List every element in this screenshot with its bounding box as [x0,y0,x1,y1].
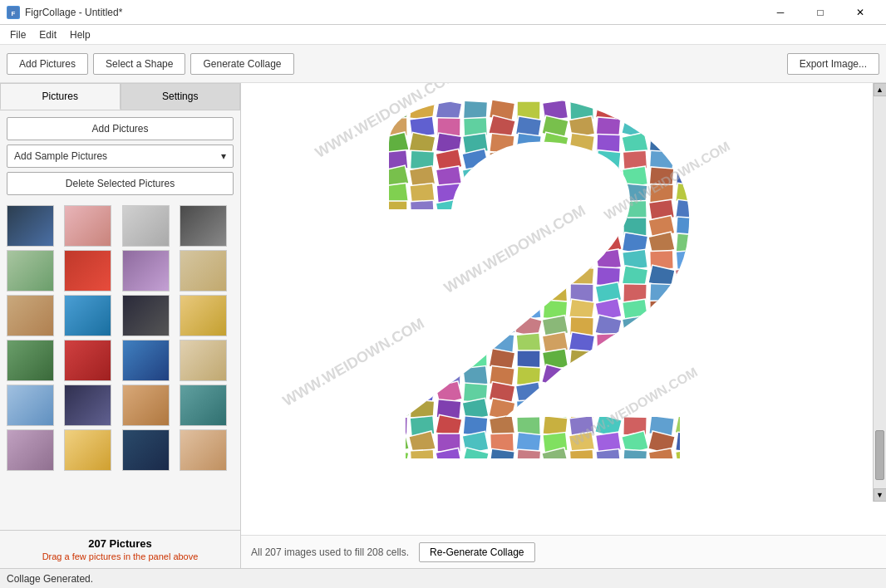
thumbnail-item[interactable] [64,250,111,292]
tab-settings[interactable]: Settings [121,83,241,110]
dropdown-arrow-icon: ▾ [221,150,226,162]
scroll-thumb[interactable] [875,430,884,480]
menu-file[interactable]: File [3,27,32,42]
regenerate-collage-button[interactable]: Re-Generate Collage [419,542,534,562]
window-controls: ─ □ ✕ [761,0,879,25]
canvas-scrollbar: ▲ ▼ [873,83,886,502]
title-bar: F FigrCollage - Untitled* ─ □ ✕ [0,0,886,25]
thumbnail-area[interactable] [0,202,240,530]
thumbnail-item[interactable] [7,295,54,336]
maximize-button[interactable]: □ [801,0,839,25]
collage-shape [322,93,805,525]
thumbnail-item[interactable] [122,429,170,471]
canvas-status-text: All 207 images used to fill 208 cells. [251,546,409,558]
tab-pictures[interactable]: Pictures [0,83,121,110]
thumbnail-item[interactable] [122,340,170,381]
thumbnail-item[interactable] [64,340,111,381]
minimize-button[interactable]: ─ [761,0,800,25]
generate-collage-button[interactable]: Generate Collage [190,53,293,75]
svg-text:F: F [12,10,16,17]
scroll-track[interactable] [874,96,886,488]
title-bar-left: F FigrCollage - Untitled* [7,6,122,19]
thumbnail-item[interactable] [122,205,170,247]
thumbnail-item[interactable] [180,429,227,471]
select-shape-button[interactable]: Select a Shape [93,53,185,75]
tabs: Pictures Settings [0,83,240,110]
toolbar: Add Pictures Select a Shape Generate Col… [0,45,886,83]
thumbnail-grid [7,205,234,471]
thumbnail-item[interactable] [7,250,54,292]
status-bar: Collage Generated. [0,568,886,588]
panel-controls: Add Pictures Add Sample Pictures ▾ Delet… [0,110,240,202]
thumbnail-item[interactable] [7,385,54,426]
thumbnail-item[interactable] [64,295,111,336]
main-content: Pictures Settings Add Pictures Add Sampl… [0,83,886,568]
panel-footer: 207 Pictures Drag a few pictures in the … [0,530,240,568]
export-image-button[interactable]: Export Image... [787,53,879,75]
thumbnail-item[interactable] [7,429,54,471]
canvas-footer: All 207 images used to fill 208 cells. R… [241,535,886,568]
collage-svg [322,93,805,525]
scroll-up-arrow[interactable]: ▲ [874,83,887,96]
thumbnail-item[interactable] [64,385,111,426]
thumbnail-item[interactable] [180,250,227,292]
menu-help[interactable]: Help [63,27,97,42]
add-pictures-panel-button[interactable]: Add Pictures [7,117,234,140]
collage-canvas: WWW.WEIDOWN.COM WWW.WEIDOWN.COM WWW.WEID… [241,83,886,535]
menu-bar: File Edit Help [0,25,886,45]
delete-selected-button[interactable]: Delete Selected Pictures [7,172,234,195]
menu-edit[interactable]: Edit [32,27,63,42]
close-button[interactable]: ✕ [841,0,879,25]
thumbnail-item[interactable] [7,205,54,247]
app-title: FigrCollage - Untitled* [25,7,122,18]
thumbnail-item[interactable] [180,340,227,381]
thumbnail-item[interactable] [64,205,111,247]
scroll-down-arrow[interactable]: ▼ [874,488,887,502]
picture-count: 207 Pictures [7,537,234,550]
left-panel: Pictures Settings Add Pictures Add Sampl… [0,83,241,568]
thumbnail-item[interactable] [7,340,54,381]
canvas-area: WWW.WEIDOWN.COM WWW.WEIDOWN.COM WWW.WEID… [241,83,886,568]
thumbnail-item[interactable] [180,385,227,426]
thumbnail-item[interactable] [180,295,227,336]
thumbnail-item[interactable] [122,250,170,292]
thumbnail-item[interactable] [122,295,170,336]
thumbnail-item[interactable] [64,429,111,471]
picture-hint: Drag a few pictures in the panel above [7,551,234,561]
thumbnail-item[interactable] [180,205,227,247]
thumbnail-item[interactable] [122,385,170,426]
status-text: Collage Generated. [7,573,93,585]
app-icon: F [7,6,20,19]
add-pictures-toolbar-button[interactable]: Add Pictures [7,53,88,75]
add-sample-pictures-dropdown[interactable]: Add Sample Pictures ▾ [7,145,234,168]
